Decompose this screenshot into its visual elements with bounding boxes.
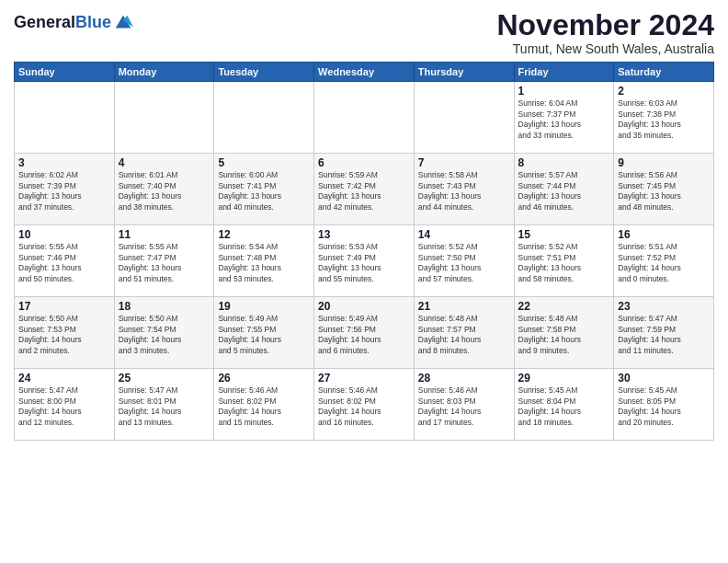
day-number: 4	[119, 156, 210, 169]
day-detail: Sunrise: 5:50 AM Sunset: 7:53 PM Dayligh…	[18, 314, 110, 356]
calendar-cell	[414, 82, 514, 154]
calendar-cell: 24Sunrise: 5:47 AM Sunset: 8:00 PM Dayli…	[15, 369, 115, 441]
header: GeneralBlue November 2024 Tumut, New Sou…	[14, 9, 714, 56]
calendar-cell: 20Sunrise: 5:49 AM Sunset: 7:56 PM Dayli…	[314, 297, 415, 369]
day-number: 13	[318, 228, 410, 241]
day-detail: Sunrise: 6:04 AM Sunset: 7:37 PM Dayligh…	[518, 98, 610, 141]
day-detail: Sunrise: 5:46 AM Sunset: 8:02 PM Dayligh…	[318, 385, 410, 428]
calendar-cell: 2Sunrise: 6:03 AM Sunset: 7:38 PM Daylig…	[614, 82, 714, 154]
day-number: 24	[18, 372, 110, 385]
day-detail: Sunrise: 5:47 AM Sunset: 7:59 PM Dayligh…	[618, 314, 710, 356]
calendar-cell: 5Sunrise: 6:00 AM Sunset: 7:41 PM Daylig…	[214, 154, 314, 225]
weekday-header: Monday	[114, 63, 214, 82]
calendar-cell: 7Sunrise: 5:58 AM Sunset: 7:43 PM Daylig…	[414, 154, 514, 225]
logo-text: GeneralBlue	[14, 14, 111, 32]
day-number: 1	[518, 85, 610, 98]
day-number: 21	[418, 300, 510, 313]
day-number: 3	[18, 156, 110, 169]
day-number: 28	[418, 372, 510, 385]
calendar-cell: 26Sunrise: 5:46 AM Sunset: 8:02 PM Dayli…	[214, 369, 314, 441]
day-detail: Sunrise: 5:55 AM Sunset: 7:47 PM Dayligh…	[119, 242, 210, 284]
day-detail: Sunrise: 5:49 AM Sunset: 7:55 PM Dayligh…	[218, 314, 310, 356]
weekday-header: Wednesday	[314, 63, 415, 82]
month-title: November 2024	[496, 9, 714, 41]
main-container: GeneralBlue November 2024 Tumut, New Sou…	[0, 0, 728, 445]
day-number: 12	[218, 228, 310, 241]
calendar-cell: 30Sunrise: 5:45 AM Sunset: 8:05 PM Dayli…	[614, 369, 714, 441]
day-number: 29	[518, 372, 610, 385]
calendar-cell: 18Sunrise: 5:50 AM Sunset: 7:54 PM Dayli…	[114, 297, 214, 369]
day-detail: Sunrise: 5:54 AM Sunset: 7:48 PM Dayligh…	[218, 242, 310, 284]
day-detail: Sunrise: 6:01 AM Sunset: 7:40 PM Dayligh…	[119, 170, 210, 213]
day-detail: Sunrise: 5:50 AM Sunset: 7:54 PM Dayligh…	[119, 314, 210, 356]
day-number: 27	[318, 372, 410, 385]
calendar-cell: 27Sunrise: 5:46 AM Sunset: 8:02 PM Dayli…	[314, 369, 415, 441]
calendar-cell	[314, 82, 415, 154]
calendar-cell: 28Sunrise: 5:46 AM Sunset: 8:03 PM Dayli…	[414, 369, 514, 441]
day-number: 22	[518, 300, 610, 313]
day-detail: Sunrise: 5:52 AM Sunset: 7:50 PM Dayligh…	[418, 242, 510, 284]
day-detail: Sunrise: 6:00 AM Sunset: 7:41 PM Dayligh…	[218, 170, 310, 213]
calendar-cell: 10Sunrise: 5:55 AM Sunset: 7:46 PM Dayli…	[15, 225, 115, 297]
day-number: 5	[218, 156, 310, 169]
day-number: 10	[18, 228, 110, 241]
weekday-header: Friday	[514, 63, 614, 82]
day-detail: Sunrise: 5:58 AM Sunset: 7:43 PM Dayligh…	[418, 170, 510, 213]
calendar-cell: 15Sunrise: 5:52 AM Sunset: 7:51 PM Dayli…	[514, 225, 614, 297]
calendar-cell: 9Sunrise: 5:56 AM Sunset: 7:45 PM Daylig…	[614, 154, 714, 225]
calendar-cell	[15, 82, 115, 154]
day-detail: Sunrise: 5:45 AM Sunset: 8:05 PM Dayligh…	[618, 385, 710, 428]
calendar-cell: 25Sunrise: 5:47 AM Sunset: 8:01 PM Dayli…	[114, 369, 214, 441]
day-number: 30	[618, 372, 710, 385]
calendar-cell: 23Sunrise: 5:47 AM Sunset: 7:59 PM Dayli…	[614, 297, 714, 369]
calendar-cell: 19Sunrise: 5:49 AM Sunset: 7:55 PM Dayli…	[214, 297, 314, 369]
calendar-cell	[114, 82, 214, 154]
day-number: 7	[418, 156, 510, 169]
calendar-cell: 13Sunrise: 5:53 AM Sunset: 7:49 PM Dayli…	[314, 225, 415, 297]
calendar-cell: 21Sunrise: 5:48 AM Sunset: 7:57 PM Dayli…	[414, 297, 514, 369]
day-number: 14	[418, 228, 510, 241]
weekday-header: Thursday	[414, 63, 514, 82]
location-subtitle: Tumut, New South Wales, Australia	[496, 41, 714, 56]
day-detail: Sunrise: 5:46 AM Sunset: 8:03 PM Dayligh…	[418, 385, 510, 428]
day-detail: Sunrise: 5:56 AM Sunset: 7:45 PM Dayligh…	[618, 170, 710, 213]
day-detail: Sunrise: 5:59 AM Sunset: 7:42 PM Dayligh…	[318, 170, 410, 213]
day-detail: Sunrise: 5:48 AM Sunset: 7:58 PM Dayligh…	[518, 314, 610, 356]
day-number: 6	[318, 156, 410, 169]
calendar-header: SundayMondayTuesdayWednesdayThursdayFrid…	[15, 63, 714, 82]
calendar-cell	[214, 82, 314, 154]
logo-icon	[113, 13, 133, 33]
day-number: 20	[318, 300, 410, 313]
day-number: 23	[618, 300, 710, 313]
day-detail: Sunrise: 5:55 AM Sunset: 7:46 PM Dayligh…	[18, 242, 110, 284]
calendar-table: SundayMondayTuesdayWednesdayThursdayFrid…	[14, 62, 714, 441]
day-detail: Sunrise: 5:53 AM Sunset: 7:49 PM Dayligh…	[318, 242, 410, 284]
day-detail: Sunrise: 5:48 AM Sunset: 7:57 PM Dayligh…	[418, 314, 510, 356]
logo: GeneralBlue	[14, 13, 133, 33]
day-number: 2	[618, 85, 710, 98]
day-detail: Sunrise: 5:47 AM Sunset: 8:00 PM Dayligh…	[18, 385, 110, 428]
day-number: 18	[119, 300, 210, 313]
calendar-cell: 16Sunrise: 5:51 AM Sunset: 7:52 PM Dayli…	[614, 225, 714, 297]
day-detail: Sunrise: 6:02 AM Sunset: 7:39 PM Dayligh…	[18, 170, 110, 213]
day-detail: Sunrise: 6:03 AM Sunset: 7:38 PM Dayligh…	[618, 98, 710, 141]
day-detail: Sunrise: 5:46 AM Sunset: 8:02 PM Dayligh…	[218, 385, 310, 428]
title-block: November 2024 Tumut, New South Wales, Au…	[496, 9, 714, 56]
weekday-header: Tuesday	[214, 63, 314, 82]
day-number: 15	[518, 228, 610, 241]
calendar-cell: 3Sunrise: 6:02 AM Sunset: 7:39 PM Daylig…	[15, 154, 115, 225]
day-number: 8	[518, 156, 610, 169]
day-detail: Sunrise: 5:51 AM Sunset: 7:52 PM Dayligh…	[618, 242, 710, 284]
calendar-cell: 4Sunrise: 6:01 AM Sunset: 7:40 PM Daylig…	[114, 154, 214, 225]
day-detail: Sunrise: 5:52 AM Sunset: 7:51 PM Dayligh…	[518, 242, 610, 284]
weekday-header: Saturday	[614, 63, 714, 82]
day-number: 25	[119, 372, 210, 385]
calendar-cell: 11Sunrise: 5:55 AM Sunset: 7:47 PM Dayli…	[114, 225, 214, 297]
day-number: 17	[18, 300, 110, 313]
calendar-cell: 8Sunrise: 5:57 AM Sunset: 7:44 PM Daylig…	[514, 154, 614, 225]
day-detail: Sunrise: 5:47 AM Sunset: 8:01 PM Dayligh…	[119, 385, 210, 428]
calendar-cell: 1Sunrise: 6:04 AM Sunset: 7:37 PM Daylig…	[514, 82, 614, 154]
day-number: 19	[218, 300, 310, 313]
calendar-cell: 6Sunrise: 5:59 AM Sunset: 7:42 PM Daylig…	[314, 154, 415, 225]
weekday-header: Sunday	[15, 63, 115, 82]
